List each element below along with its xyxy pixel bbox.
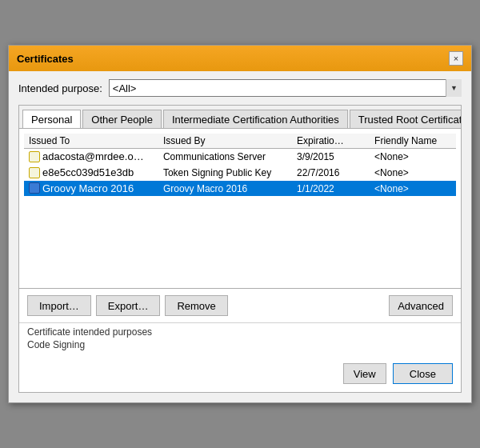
intended-purpose-row: Intended purpose: <All> Code Signing Cli… bbox=[18, 79, 462, 97]
certificate-table: Issued To Issued By Expiratio… Friendly … bbox=[24, 134, 456, 196]
intended-purpose-label: Intended purpose: bbox=[18, 82, 102, 94]
cell-issued-by: Token Signing Public Key bbox=[158, 165, 292, 181]
dialog-body: Intended purpose: <All> Code Signing Cli… bbox=[9, 71, 471, 402]
cell-issued-to: Groovy Macro 2016 bbox=[24, 181, 158, 197]
cert-info-section-label: Certificate intended purposes bbox=[27, 326, 453, 338]
table-row[interactable]: Groovy Macro 2016 Groovy Macro 2016 1/1/… bbox=[24, 181, 456, 197]
intended-purpose-select[interactable]: <All> Code Signing Client Authentication… bbox=[109, 79, 462, 97]
col-header-friendly-name: Friendly Name bbox=[370, 134, 456, 149]
certificates-dialog: Certificates × Intended purpose: <All> C… bbox=[8, 45, 472, 403]
cert-info-value: Code Signing bbox=[27, 339, 453, 350]
col-header-expiration: Expiratio… bbox=[292, 134, 370, 149]
cert-icon-selected bbox=[29, 182, 40, 194]
export-button[interactable]: Export… bbox=[96, 295, 161, 316]
tab-other-people[interactable]: Other People bbox=[82, 110, 162, 129]
table-row[interactable]: e8e5cc039d51e3db Token Signing Public Ke… bbox=[24, 165, 456, 181]
cell-expiration: 22/7/2016 bbox=[292, 165, 370, 181]
advanced-button[interactable]: Advanced bbox=[389, 295, 453, 316]
cell-issued-by: Groovy Macro 2016 bbox=[158, 181, 292, 197]
cell-issued-by: Communications Server bbox=[158, 149, 292, 165]
cert-icon bbox=[29, 167, 40, 178]
cell-issued-to: adacosta@mrdee.o… bbox=[24, 149, 158, 165]
cell-expiration: 3/9/2015 bbox=[292, 149, 370, 165]
col-header-issued-by: Issued By bbox=[158, 134, 292, 149]
close-button[interactable]: Close bbox=[393, 363, 453, 384]
tabs-header: Personal Other People Intermediate Certi… bbox=[19, 106, 461, 129]
tabs-container: Personal Other People Intermediate Certi… bbox=[18, 105, 462, 393]
import-button[interactable]: Import… bbox=[27, 295, 91, 316]
cell-expiration: 1/1/2022 bbox=[292, 181, 370, 197]
view-button[interactable]: View bbox=[343, 363, 386, 384]
dialog-title: Certificates bbox=[17, 53, 74, 65]
certificate-table-container[interactable]: Issued To Issued By Expiratio… Friendly … bbox=[19, 129, 461, 289]
bottom-row: View Close bbox=[19, 358, 461, 392]
title-bar: Certificates × bbox=[9, 46, 471, 71]
col-header-issued-to: Issued To bbox=[24, 134, 158, 149]
table-row[interactable]: adacosta@mrdee.o… Communications Server … bbox=[24, 149, 456, 165]
tab-trusted-root[interactable]: Trusted Root Certification bbox=[350, 110, 461, 129]
action-buttons-row: Import… Export… Remove Advanced bbox=[19, 289, 461, 322]
cell-issued-to: e8e5cc039d51e3db bbox=[24, 165, 158, 181]
cell-friendly-name: <None> bbox=[370, 149, 456, 165]
cell-friendly-name: <None> bbox=[370, 165, 456, 181]
remove-button[interactable]: Remove bbox=[165, 295, 227, 316]
close-window-button[interactable]: × bbox=[449, 51, 463, 66]
tab-intermediate[interactable]: Intermediate Certification Authorities bbox=[163, 110, 348, 129]
cert-info-section: Certificate intended purposes Code Signi… bbox=[19, 322, 461, 358]
cert-icon bbox=[29, 151, 40, 162]
tab-personal[interactable]: Personal bbox=[22, 110, 81, 129]
intended-purpose-select-wrapper: <All> Code Signing Client Authentication… bbox=[109, 79, 462, 97]
cell-friendly-name: <None> bbox=[370, 181, 456, 197]
